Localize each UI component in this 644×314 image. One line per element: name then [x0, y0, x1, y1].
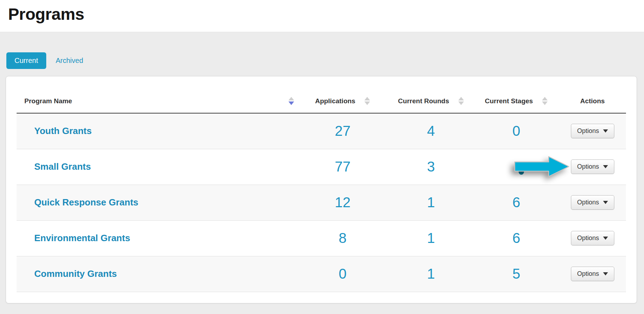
current-rounds-count: 3: [427, 159, 435, 174]
options-button[interactable]: Options: [571, 124, 614, 138]
small-grants-options-button[interactable]: Options: [571, 159, 614, 174]
column-header-applications[interactable]: Applications: [297, 76, 388, 113]
caret-down-icon: [603, 129, 608, 133]
current-rounds-count: 4: [427, 123, 435, 139]
column-label: Current Stages: [485, 97, 533, 105]
table-row: Community Grants 0 1 5 Options: [17, 256, 626, 292]
annotation-arrow-right-icon: [512, 155, 571, 178]
caret-down-icon: [603, 165, 608, 168]
column-header-current-rounds[interactable]: Current Rounds: [388, 76, 474, 113]
column-header-actions: Actions: [559, 76, 626, 113]
current-rounds-count: 1: [427, 266, 435, 281]
applications-count: 8: [339, 230, 346, 246]
table-row: Quick Response Grants 12 1 6 Options: [17, 185, 626, 220]
program-link-community-grants[interactable]: Community Grants: [34, 268, 117, 279]
programs-card: Program Name Applications: [6, 76, 637, 303]
column-label: Program Name: [24, 97, 72, 105]
program-link-youth-grants[interactable]: Youth Grants: [34, 126, 92, 136]
program-link-environmental-grants[interactable]: Environmental Grants: [34, 233, 130, 243]
program-link-small-grants[interactable]: Small Grants: [34, 161, 91, 172]
programs-table: Program Name Applications: [17, 76, 626, 292]
options-button-label: Options: [577, 163, 599, 170]
column-label: Actions: [580, 97, 605, 105]
options-button[interactable]: Options: [571, 231, 614, 245]
page-header: Programs: [0, 0, 644, 32]
options-button-label: Options: [577, 234, 599, 242]
current-stages-count: 6: [512, 194, 520, 210]
applications-count: 27: [335, 123, 351, 139]
caret-down-icon: [603, 272, 608, 275]
column-label: Current Rounds: [398, 97, 449, 105]
current-rounds-count: 1: [427, 194, 435, 210]
applications-count: 12: [335, 194, 351, 210]
tab-current[interactable]: Current: [6, 52, 46, 69]
table-row: Environmental Grants 8 1 6 Options: [17, 220, 626, 256]
sort-icon[interactable]: [288, 97, 294, 105]
applications-count: 0: [339, 266, 346, 281]
current-stages-count: 5: [512, 266, 520, 281]
column-label: Applications: [315, 97, 355, 105]
programs-page: Programs Current Archived Program Name: [0, 0, 644, 314]
sort-icon[interactable]: [364, 97, 370, 105]
tab-archived[interactable]: Archived: [56, 52, 83, 69]
page-title: Programs: [8, 4, 644, 24]
caret-down-icon: [603, 237, 608, 240]
caret-down-icon: [603, 201, 608, 204]
options-button[interactable]: Options: [571, 267, 614, 281]
sort-icon[interactable]: [458, 97, 464, 105]
current-stages-count: 6: [512, 230, 520, 246]
column-header-program-name[interactable]: Program Name: [17, 76, 297, 113]
table-header-row: Program Name Applications: [17, 76, 626, 113]
options-button-label: Options: [577, 199, 599, 206]
options-button[interactable]: Options: [571, 195, 614, 210]
program-link-quick-response-grants[interactable]: Quick Response Grants: [34, 197, 138, 208]
sort-icon[interactable]: [542, 97, 548, 105]
applications-count: 77: [335, 159, 351, 174]
column-header-current-stages[interactable]: Current Stages: [473, 76, 559, 113]
current-rounds-count: 1: [427, 230, 435, 246]
tab-bar: Current Archived: [6, 52, 638, 69]
current-stages-count: 0: [512, 123, 520, 139]
options-button-label: Options: [577, 270, 599, 278]
options-button-label: Options: [577, 127, 599, 135]
table-row: Youth Grants 27 4 0 Options: [17, 113, 626, 149]
